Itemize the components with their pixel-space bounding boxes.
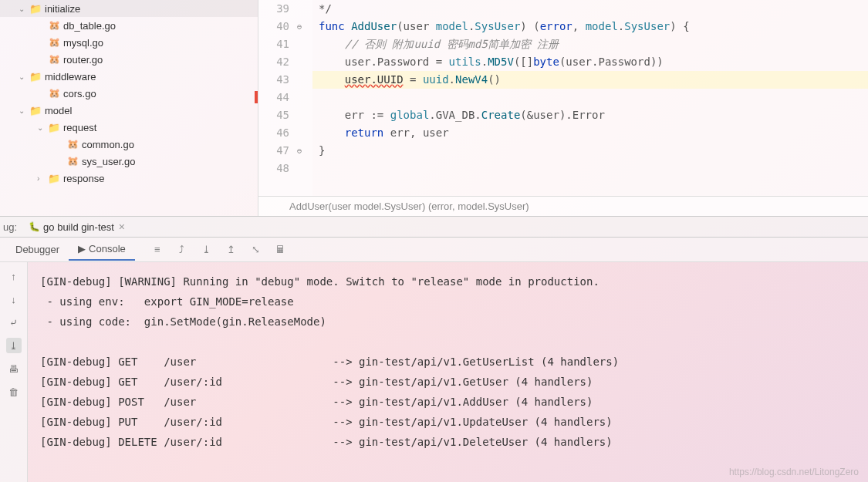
arrow-up-icon[interactable]: ⤴: [175, 243, 189, 257]
tree-item-initialize[interactable]: ⌄📁initialize: [0, 0, 258, 17]
line-number: 40: [258, 18, 289, 35]
tree-item-router-go[interactable]: 🐹router.go: [0, 51, 258, 68]
tree-item-label: router.go: [63, 54, 103, 66]
line-number: 41: [258, 35, 289, 53]
line-number: 39: [258, 0, 289, 18]
tree-item-response[interactable]: ›📁response: [0, 170, 258, 187]
wrap-icon[interactable]: ⤶: [6, 315, 22, 330]
folder-icon: 📁: [29, 70, 42, 83]
fold-toggle[interactable]: [297, 53, 312, 71]
debug-toolbar: Debugger ▶ Console ≡ ⤴ ⤓ ↥ ⤡ 🖩: [0, 238, 868, 262]
chevron-down-icon[interactable]: ⌄: [19, 72, 29, 81]
tree-item-label: common.go: [82, 139, 134, 150]
watermark: https://blog.csdn.net/LitongZero: [729, 467, 859, 477]
line-number: 44: [258, 89, 289, 106]
tree-item-db_table-go[interactable]: 🐹db_table.go: [0, 17, 258, 34]
line-number: 42: [258, 53, 289, 71]
arrow-diag-icon[interactable]: ⤡: [249, 243, 263, 257]
go-file-icon: 🐹: [48, 36, 60, 49]
console-output[interactable]: [GIN-debug] [WARNING] Running in "debug"…: [28, 262, 868, 482]
tree-item-mysql-go[interactable]: 🐹mysql.go: [0, 34, 258, 51]
code-line[interactable]: func AddUser(user model.SysUser) (error,…: [312, 18, 868, 35]
code-line[interactable]: user.UUID = uuid.NewV4(): [312, 71, 868, 89]
tree-item-label: sys_user.go: [82, 156, 135, 167]
go-file-icon: 🐹: [48, 19, 60, 32]
code-line[interactable]: */: [312, 0, 868, 18]
fold-toggle[interactable]: ⊖: [297, 18, 312, 35]
tree-item-label: cors.go: [63, 88, 96, 99]
tree-item-label: mysql.go: [63, 37, 103, 49]
folder-icon: 📁: [29, 104, 42, 116]
tab-console-label: Console: [89, 243, 126, 254]
up-icon[interactable]: ↑: [6, 268, 22, 284]
fold-toggle[interactable]: [297, 160, 312, 177]
code-line[interactable]: }: [312, 142, 868, 160]
code-line[interactable]: err := global.GVA_DB.Create(&user).Error: [312, 106, 868, 124]
fold-toggle[interactable]: [297, 106, 312, 124]
project-tree[interactable]: ⌄📁initialize🐹db_table.go🐹mysql.go🐹router…: [0, 0, 258, 216]
debug-config-tab[interactable]: 🐛 go build gin-test ×: [23, 221, 130, 233]
code-line[interactable]: [312, 160, 868, 177]
go-file-icon: 🐹: [66, 155, 79, 167]
tree-item-label: initialize: [45, 3, 80, 15]
code-line[interactable]: [312, 89, 868, 106]
line-number: 46: [258, 124, 289, 142]
tab-debugger[interactable]: Debugger: [6, 239, 69, 260]
fold-toggle[interactable]: [297, 35, 312, 53]
fold-toggle[interactable]: [297, 124, 312, 142]
folder-icon: 📁: [48, 121, 60, 133]
code-line[interactable]: // 否则 附加uuid 密码md5简单加密 注册: [312, 35, 868, 53]
tree-item-cors-go[interactable]: 🐹cors.go: [0, 85, 258, 102]
code-line[interactable]: return err, user: [312, 124, 868, 142]
down-icon[interactable]: ↓: [6, 292, 22, 307]
tree-item-label: request: [63, 122, 96, 133]
debug-side-toolbar: ↑ ↓ ⤶ ⤓ 🖶 🗑: [0, 262, 28, 482]
code-editor[interactable]: 39404142434445464748 ⊖⊖ */func AddUser(u…: [258, 0, 868, 216]
fold-column[interactable]: ⊖⊖: [297, 0, 312, 196]
tree-item-label: response: [63, 173, 104, 184]
chevron-down-icon[interactable]: ⌄: [19, 5, 29, 13]
tree-item-middleware[interactable]: ⌄📁middleware: [0, 68, 258, 85]
debug-config-label: go build gin-test: [43, 221, 114, 233]
code-content[interactable]: */func AddUser(user model.SysUser) (erro…: [312, 0, 868, 196]
folder-icon: 📁: [29, 2, 42, 15]
line-number-gutter: 39404142434445464748: [258, 0, 297, 196]
tree-item-label: db_table.go: [63, 20, 116, 32]
debug-tabs-bar: ug: 🐛 go build gin-test ×: [0, 216, 868, 238]
calc-icon[interactable]: 🖩: [274, 243, 288, 257]
folder-icon: 📁: [48, 172, 60, 184]
fold-toggle[interactable]: [297, 0, 312, 18]
tree-item-label: model: [45, 105, 72, 116]
line-number: 48: [258, 160, 289, 177]
line-number: 45: [258, 106, 289, 124]
arrow-down-icon[interactable]: ⤓: [200, 243, 214, 257]
arrow-up2-icon[interactable]: ↥: [225, 243, 238, 257]
breadcrumb[interactable]: AddUser(user model.SysUser) (error, mode…: [258, 196, 868, 216]
trash-icon[interactable]: 🗑: [6, 384, 22, 399]
fold-toggle[interactable]: [297, 89, 312, 106]
line-number: 43: [258, 71, 289, 89]
go-run-icon: 🐛: [28, 221, 40, 233]
code-line[interactable]: user.Password = utils.MD5V([]byte(user.P…: [312, 53, 868, 71]
tree-item-label: middleware: [45, 71, 96, 83]
fold-toggle[interactable]: ⊖: [297, 142, 312, 160]
chevron-right-icon[interactable]: ›: [37, 174, 48, 183]
tree-item-model[interactable]: ⌄📁model: [0, 102, 258, 119]
chevron-down-icon[interactable]: ⌄: [19, 106, 29, 115]
close-icon[interactable]: ×: [119, 221, 125, 233]
tree-item-sys_user-go[interactable]: 🐹sys_user.go: [0, 153, 258, 170]
tree-item-common-go[interactable]: 🐹common.go: [0, 136, 258, 153]
debug-prefix: ug:: [3, 221, 17, 233]
print-icon[interactable]: 🖶: [6, 361, 22, 376]
list-icon[interactable]: ≡: [150, 243, 164, 257]
go-file-icon: 🐹: [66, 138, 79, 150]
tree-item-request[interactable]: ⌄📁request: [0, 119, 258, 136]
scroll-end-icon[interactable]: ⤓: [6, 338, 22, 353]
console-run-icon: ▶: [78, 243, 86, 254]
chevron-down-icon[interactable]: ⌄: [37, 123, 48, 132]
tab-console[interactable]: ▶ Console: [69, 238, 135, 261]
tab-debugger-label: Debugger: [15, 244, 59, 255]
fold-toggle[interactable]: [297, 71, 312, 89]
go-file-icon: 🐹: [48, 87, 60, 99]
line-number: 47: [258, 142, 289, 160]
